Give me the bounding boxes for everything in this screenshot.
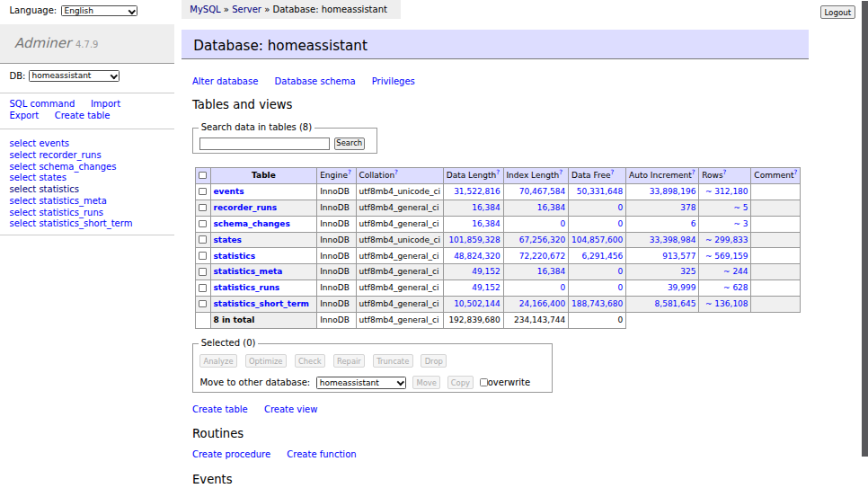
rows-link[interactable]: ~ 136,108 [705,299,748,308]
copy-button[interactable]: Copy [447,376,474,390]
help-link[interactable]: ? [692,168,695,176]
help-link[interactable]: ? [394,168,398,176]
help-link[interactable]: ? [348,168,351,176]
help-link[interactable]: ? [793,168,797,176]
index-length-link[interactable]: 70,467,584 [519,187,566,196]
data-free-link[interactable]: 0 [618,283,624,292]
index-length-link[interactable]: 16,384 [537,267,566,276]
index-length-link[interactable]: 0 [561,219,566,228]
help-link[interactable]: ? [723,168,727,176]
help-link[interactable]: ? [559,168,562,176]
row-checkbox[interactable] [199,188,207,196]
table-name-link[interactable]: statistics_short_term [213,299,308,308]
data-length-link[interactable]: 31,522,816 [454,187,500,196]
data-free-link[interactable]: 0 [618,219,624,228]
database-link[interactable]: Database schema [275,76,356,86]
table-name-link[interactable]: schema_changes [213,219,289,228]
selected-action-button[interactable]: Truncate [373,354,413,368]
row-checkbox[interactable] [199,284,207,292]
selected-action-button[interactable]: Drop [421,354,447,368]
routine-link[interactable]: Create procedure [192,449,270,459]
rows-link[interactable]: ~ 569,159 [705,252,748,261]
sidebar-table-link[interactable]: select statistics_meta [10,196,165,208]
move-db-select[interactable]: homeassistant [316,377,405,389]
sidebar-link[interactable]: Export [10,111,40,120]
auto-increment-link[interactable]: 33,898,196 [650,187,696,196]
data-free-link[interactable]: 0 [618,267,624,276]
data-length-link[interactable]: 10,502,144 [454,299,500,308]
db-select[interactable]: homeassistant [29,70,120,82]
auto-increment-link[interactable]: 913,577 [662,252,695,261]
database-link[interactable]: Alter database [192,76,258,86]
data-free-link[interactable]: 50,331,648 [577,187,624,196]
index-length-link[interactable]: 0 [561,283,566,292]
data-free-link[interactable]: 6,291,456 [581,252,623,261]
sidebar-table-link[interactable]: select states [10,173,165,184]
table-name-link[interactable]: statistics [213,252,255,261]
selected-action-button[interactable]: Optimize [245,354,287,368]
language-select[interactable]: English [61,5,137,17]
index-length-link[interactable]: 16,384 [537,203,566,212]
search-input[interactable] [199,138,330,150]
data-length-link[interactable]: 16,384 [472,203,500,212]
index-length-link[interactable]: 67,256,320 [519,235,566,244]
rows-link[interactable]: ~ 312,180 [705,187,748,196]
overwrite-checkbox[interactable] [480,378,488,386]
move-button[interactable]: Move [412,376,440,390]
auto-increment-link[interactable]: 6 [691,219,696,228]
sidebar-link[interactable]: Import [91,99,120,109]
data-length-link[interactable]: 49,152 [472,267,500,276]
data-free-link[interactable]: 104,857,600 [571,235,623,244]
table-name-link[interactable]: recorder_runs [213,203,277,212]
table-name-link[interactable]: events [213,187,244,196]
index-length-link[interactable]: 24,166,400 [519,299,566,308]
sidebar-table-link[interactable]: select events [10,138,165,150]
sidebar-table-link[interactable]: select schema_changes [10,162,165,173]
rows-link[interactable]: ~ 628 [723,283,748,292]
help-link[interactable]: ? [610,168,614,176]
selected-action-button[interactable]: Repair [333,354,365,368]
sidebar-table-link[interactable]: select statistics_short_term [10,218,165,230]
help-link[interactable]: ? [496,168,500,176]
row-checkbox[interactable] [199,268,207,276]
auto-increment-link[interactable]: 325 [680,267,695,276]
data-length-link[interactable]: 49,152 [472,283,500,292]
rows-link[interactable]: ~ 244 [723,267,748,276]
sidebar-link[interactable]: SQL command [10,99,75,109]
row-checkbox[interactable] [199,300,207,308]
row-checkbox[interactable] [199,252,207,260]
create-link[interactable]: Create view [264,404,317,414]
rows-link[interactable]: ~ 3 [733,219,748,228]
table-name-link[interactable]: statistics_meta [213,267,282,276]
database-link[interactable]: Privileges [372,76,415,86]
row-checkbox[interactable] [199,235,207,244]
sidebar-table-link[interactable]: select recorder_runs [10,150,165,162]
sidebar-table-link[interactable]: select statistics_runs [10,208,165,219]
table-name-link[interactable]: statistics_runs [213,283,279,292]
data-length-link[interactable]: 101,859,328 [448,235,500,244]
row-checkbox[interactable] [199,220,207,228]
data-free-link[interactable]: 188,743,680 [571,299,623,308]
data-length-link[interactable]: 48,824,320 [454,252,500,261]
scrollbar[interactable] [862,0,868,488]
data-free-link[interactable]: 0 [618,203,624,212]
rows-link[interactable]: ~ 299,833 [705,235,748,244]
search-button[interactable]: Search [334,138,365,150]
auto-increment-link[interactable]: 8,581,645 [655,299,696,308]
data-length-link[interactable]: 16,384 [472,219,500,228]
auto-increment-link[interactable]: 33,398,984 [650,235,696,244]
selected-action-button[interactable]: Analyze [199,354,236,368]
create-link[interactable]: Create table [192,404,248,414]
sidebar-link[interactable]: Create table [55,111,111,120]
routine-link[interactable]: Create function [287,449,356,459]
table-name-link[interactable]: states [213,235,242,244]
auto-increment-link[interactable]: 378 [680,203,695,212]
selected-action-button[interactable]: Check [295,354,325,368]
row-checkbox[interactable] [199,204,207,212]
index-length-link[interactable]: 72,220,672 [519,252,566,261]
rows-link[interactable]: ~ 5 [733,203,748,212]
sidebar-table-link[interactable]: select statistics [10,184,165,196]
select-all-checkbox[interactable] [199,172,207,180]
scrollbar-thumb[interactable] [862,1,868,457]
auto-increment-link[interactable]: 39,999 [668,283,696,292]
